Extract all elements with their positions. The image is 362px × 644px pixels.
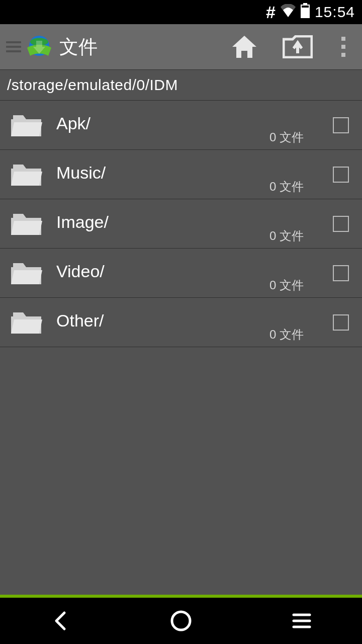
back-button[interactable]: [15, 606, 106, 636]
recent-button[interactable]: [256, 606, 347, 636]
item-checkbox[interactable]: [333, 117, 349, 133]
app-bar: 文件: [0, 24, 362, 69]
item-checkbox[interactable]: [333, 265, 349, 281]
app-title: 文件: [59, 34, 98, 60]
folder-icon: [10, 212, 42, 236]
list-item[interactable]: Other/ 0 文件: [0, 298, 362, 347]
current-path: /storage/emulated/0/IDM: [7, 76, 178, 94]
wifi-icon: [281, 4, 296, 21]
item-subtitle: 0 文件: [269, 228, 304, 244]
item-checkbox[interactable]: [333, 314, 349, 331]
system-nav-bar: [0, 598, 362, 644]
path-bar[interactable]: /storage/emulated/0/IDM: [0, 69, 362, 101]
home-button[interactable]: [229, 32, 259, 62]
file-list: Apk/ 0 文件 Music/ 0 文件 Image/ 0 文件: [0, 101, 362, 595]
item-subtitle: 0 文件: [269, 277, 304, 293]
up-folder-button[interactable]: [283, 32, 313, 62]
app-logo-icon: [26, 34, 52, 60]
status-time: 15:54: [315, 4, 355, 21]
list-item[interactable]: Video/ 0 文件: [0, 249, 362, 298]
list-item[interactable]: Music/ 0 文件: [0, 150, 362, 199]
folder-icon: [10, 261, 42, 285]
svg-rect-0: [303, 3, 307, 5]
menu-icon[interactable]: [6, 41, 21, 52]
item-checkbox[interactable]: [333, 167, 349, 183]
folder-icon: [10, 310, 42, 335]
svg-rect-2: [302, 6, 309, 8]
overflow-menu-button[interactable]: [336, 37, 351, 57]
folder-icon: [10, 113, 42, 137]
item-subtitle: 0 文件: [269, 179, 304, 195]
status-bar: # 15:54: [0, 0, 362, 24]
root-hash-icon: #: [266, 3, 276, 22]
folder-icon: [10, 163, 42, 187]
item-subtitle: 0 文件: [269, 327, 304, 343]
svg-point-4: [172, 612, 190, 630]
item-checkbox[interactable]: [333, 216, 349, 232]
list-item[interactable]: Apk/ 0 文件: [0, 101, 362, 150]
home-button-nav[interactable]: [136, 606, 226, 636]
list-item[interactable]: Image/ 0 文件: [0, 199, 362, 249]
item-subtitle: 0 文件: [269, 129, 304, 145]
battery-icon: [301, 3, 310, 22]
